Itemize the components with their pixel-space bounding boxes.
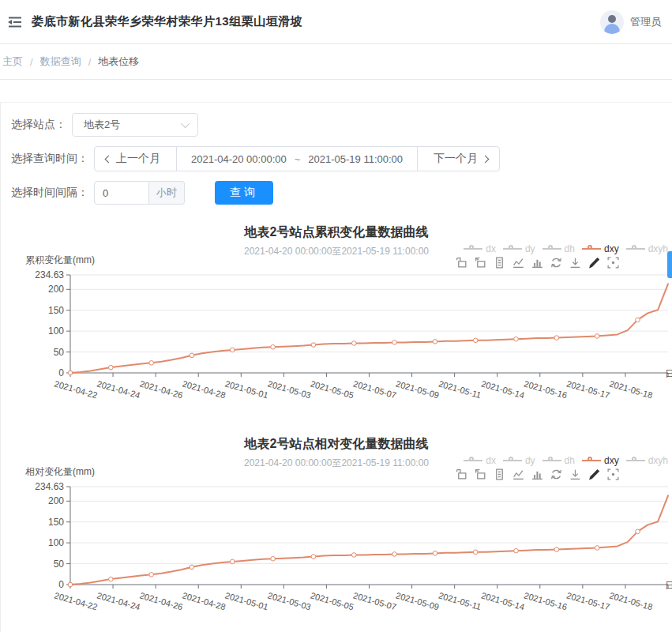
- svg-text:2021-05-07: 2021-05-07: [352, 590, 397, 611]
- legend-line-marker: [503, 460, 522, 461]
- svg-text:234.63: 234.63: [35, 269, 64, 280]
- legend-item-dh[interactable]: dh: [542, 243, 575, 254]
- svg-text:2021-04-26: 2021-04-26: [139, 590, 184, 611]
- user-name[interactable]: 管理员: [630, 15, 661, 29]
- legend-item-dxy[interactable]: dxy: [582, 455, 619, 466]
- legend-label: dh: [565, 243, 575, 254]
- svg-text:200: 200: [48, 284, 64, 295]
- svg-text:0: 0: [58, 367, 64, 378]
- breadcrumb: 主页 / 数据查询 / 地表位移: [0, 44, 672, 80]
- svg-text:2021-05-09: 2021-05-09: [395, 590, 440, 611]
- svg-text:2021-04-28: 2021-04-28: [182, 590, 227, 611]
- legend-line-marker: [582, 460, 601, 461]
- legend-line-marker: [542, 460, 561, 461]
- breadcrumb-separator: /: [88, 56, 92, 68]
- main-content: 选择站点： 地表2号 选择查询时间： 上一个月 2021-04-20 00:00…: [0, 102, 672, 632]
- relative-chart-section: 地表2号站点相对变化量数据曲线 2021-04-20 00:00:00至2021…: [1, 427, 672, 632]
- svg-text:2021-05-03: 2021-05-03: [267, 378, 312, 400]
- query-button[interactable]: 查询: [215, 181, 273, 205]
- svg-text:100: 100: [48, 537, 64, 548]
- svg-text:2021-05-14: 2021-05-14: [480, 590, 525, 611]
- legend-item-dx[interactable]: dx: [464, 455, 496, 466]
- range-separator: ~: [295, 153, 301, 165]
- svg-text:2021-04-28: 2021-04-28: [182, 378, 227, 400]
- chart-title: 地表2号站点相对变化量数据曲线: [1, 427, 672, 453]
- legend-item-dxy[interactable]: dxy: [582, 243, 619, 254]
- svg-text:2021-05-17: 2021-05-17: [565, 590, 610, 611]
- svg-text:2021-05-14: 2021-05-14: [480, 378, 525, 400]
- legend-label: dxyh: [648, 455, 668, 466]
- legend-label: dxyh: [648, 243, 668, 254]
- svg-text:2021-05-01: 2021-05-01: [224, 378, 269, 400]
- legend-line-marker: [542, 248, 561, 250]
- prev-month-label: 上一个月: [116, 152, 160, 166]
- svg-text:2021-04-22: 2021-04-22: [53, 590, 98, 611]
- avatar[interactable]: [600, 10, 624, 34]
- svg-text:2021-05-11: 2021-05-11: [437, 590, 482, 611]
- breadcrumb-data-query[interactable]: 数据查询: [40, 55, 81, 69]
- app-header: 娄底市新化县荣华乡荣华村荣华片13组栗山垣滑坡 管理员: [0, 0, 672, 44]
- svg-text:日期: 日期: [665, 580, 672, 591]
- legend-line-marker: [582, 248, 601, 250]
- svg-text:50: 50: [54, 347, 65, 358]
- breadcrumb-separator: /: [30, 56, 33, 68]
- breadcrumb-home[interactable]: 主页: [2, 55, 23, 69]
- prev-month-button[interactable]: 上一个月: [95, 147, 176, 171]
- legend-item-dy[interactable]: dy: [503, 243, 535, 254]
- chevron-right-icon: [482, 155, 490, 163]
- svg-text:234.63: 234.63: [35, 481, 64, 492]
- page-title: 娄底市新化县荣华乡荣华村荣华片13组栗山垣滑坡: [32, 14, 302, 29]
- plot-area[interactable]: 050100150200234.632021-04-222021-04-2420…: [1, 265, 672, 416]
- plot-area[interactable]: 050100150200234.632021-04-222021-04-2420…: [1, 477, 672, 627]
- svg-text:0: 0: [58, 579, 64, 590]
- station-select-value: 地表2号: [84, 118, 183, 132]
- legend-line-marker: [464, 248, 482, 250]
- svg-text:2021-05-11: 2021-05-11: [437, 378, 482, 400]
- legend-item-dxyh[interactable]: dxyh: [626, 455, 668, 466]
- legend-item-dxyh[interactable]: dxyh: [626, 243, 668, 254]
- legend-label: dxy: [604, 243, 619, 254]
- svg-text:100: 100: [48, 325, 64, 337]
- legend-line-marker: [626, 248, 645, 250]
- legend-item-dy[interactable]: dy: [503, 455, 535, 466]
- svg-text:2021-04-24: 2021-04-24: [96, 378, 141, 400]
- legend-label: dy: [525, 243, 535, 254]
- time-range-group: 上一个月 2021-04-20 00:00:00 ~ 2021-05-19 11…: [94, 146, 500, 171]
- legend: dxdydhdxydxyh: [456, 455, 668, 466]
- svg-text:2021-05-05: 2021-05-05: [310, 378, 355, 400]
- svg-text:2021-05-09: 2021-05-09: [395, 378, 440, 400]
- collapse-menu-icon[interactable]: [6, 13, 24, 31]
- range-end: 2021-05-19 11:00:00: [308, 153, 403, 165]
- date-range-display[interactable]: 2021-04-20 00:00:00 ~ 2021-05-19 11:00:0…: [176, 147, 417, 171]
- svg-text:2021-04-26: 2021-04-26: [139, 378, 184, 400]
- legend-label: dh: [565, 455, 575, 466]
- legend-line-marker: [464, 460, 482, 461]
- breadcrumb-current: 地表位移: [98, 55, 139, 69]
- svg-text:2021-05-16: 2021-05-16: [523, 590, 568, 611]
- legend-item-dx[interactable]: dx: [464, 243, 496, 254]
- station-select[interactable]: 地表2号: [72, 113, 198, 137]
- interval-label: 选择时间间隔：: [11, 186, 88, 200]
- legend-item-dh[interactable]: dh: [542, 455, 575, 466]
- query-form: 选择站点： 地表2号 选择查询时间： 上一个月 2021-04-20 00:00…: [1, 103, 672, 205]
- svg-text:2021-05-03: 2021-05-03: [267, 590, 312, 611]
- svg-text:2021-04-22: 2021-04-22: [53, 378, 98, 400]
- svg-text:2021-05-17: 2021-05-17: [565, 378, 610, 400]
- time-label: 选择查询时间：: [11, 152, 88, 166]
- legend-label: dy: [525, 455, 535, 466]
- interval-input[interactable]: [94, 181, 149, 205]
- legend-label: dx: [486, 243, 496, 254]
- next-month-button[interactable]: 下一个月: [417, 147, 499, 171]
- svg-text:150: 150: [48, 517, 64, 528]
- station-label: 选择站点：: [11, 118, 66, 132]
- page: 娄底市新化县荣华乡荣华村荣华片13组栗山垣滑坡 管理员 主页 / 数据查询 / …: [0, 0, 672, 632]
- svg-text:2021-05-05: 2021-05-05: [310, 590, 355, 611]
- legend-label: dxy: [604, 455, 619, 466]
- chart-title: 地表2号站点累积变化量数据曲线: [1, 215, 672, 241]
- svg-text:2021-04-24: 2021-04-24: [96, 590, 141, 611]
- svg-text:2021-05-18: 2021-05-18: [608, 590, 653, 611]
- edge-scroll-tab[interactable]: [667, 251, 672, 278]
- svg-text:日期: 日期: [665, 368, 672, 379]
- next-month-label: 下一个月: [434, 152, 478, 166]
- legend-label: dx: [486, 455, 496, 466]
